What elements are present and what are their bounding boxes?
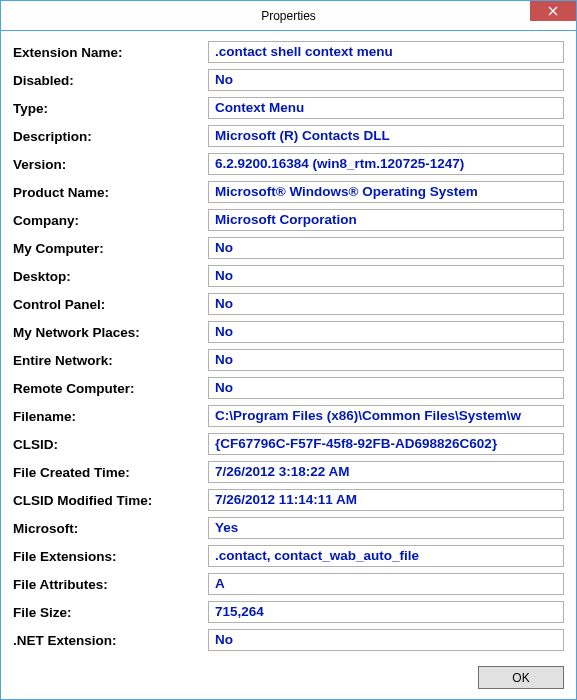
property-row: Product Name:Microsoft® Windows® Operati… bbox=[13, 181, 564, 203]
property-value[interactable]: No bbox=[208, 237, 564, 259]
property-value[interactable]: 7/26/2012 11:14:11 AM bbox=[208, 489, 564, 511]
property-row: Remote Computer:No bbox=[13, 377, 564, 399]
property-row: CLSID:{CF67796C-F57F-45f8-92FB-AD698826C… bbox=[13, 433, 564, 455]
property-value[interactable]: No bbox=[208, 377, 564, 399]
property-value[interactable]: .contact shell context menu bbox=[208, 41, 564, 63]
property-value[interactable]: C:\Program Files (x86)\Common Files\Syst… bbox=[208, 405, 564, 427]
property-label: File Size: bbox=[13, 605, 208, 620]
property-label: File Extensions: bbox=[13, 549, 208, 564]
property-label: Remote Computer: bbox=[13, 381, 208, 396]
property-value[interactable]: Microsoft (R) Contacts DLL bbox=[208, 125, 564, 147]
property-value[interactable]: 6.2.9200.16384 (win8_rtm.120725-1247) bbox=[208, 153, 564, 175]
property-row: Disabled:No bbox=[13, 69, 564, 91]
property-label: Control Panel: bbox=[13, 297, 208, 312]
property-row: My Network Places:No bbox=[13, 321, 564, 343]
property-value[interactable]: A bbox=[208, 573, 564, 595]
property-label: Extension Name: bbox=[13, 45, 208, 60]
property-row: .NET Extension:No bbox=[13, 629, 564, 651]
property-label: My Network Places: bbox=[13, 325, 208, 340]
property-row: Entire Network:No bbox=[13, 349, 564, 371]
property-value[interactable]: No bbox=[208, 349, 564, 371]
property-label: .NET Extension: bbox=[13, 633, 208, 648]
properties-window: Properties Extension Name:.contact shell… bbox=[0, 0, 577, 700]
property-row: CLSID Modified Time:7/26/2012 11:14:11 A… bbox=[13, 489, 564, 511]
property-value[interactable]: No bbox=[208, 293, 564, 315]
property-label: Product Name: bbox=[13, 185, 208, 200]
property-row: Desktop:No bbox=[13, 265, 564, 287]
ok-button-label: OK bbox=[512, 671, 529, 685]
property-label: Filename: bbox=[13, 409, 208, 424]
property-label: File Attributes: bbox=[13, 577, 208, 592]
property-label: Description: bbox=[13, 129, 208, 144]
property-label: Disabled: bbox=[13, 73, 208, 88]
property-row: Type:Context Menu bbox=[13, 97, 564, 119]
titlebar: Properties bbox=[1, 1, 576, 31]
property-label: Company: bbox=[13, 213, 208, 228]
property-label: My Computer: bbox=[13, 241, 208, 256]
property-value[interactable]: No bbox=[208, 69, 564, 91]
property-value[interactable]: {CF67796C-F57F-45f8-92FB-AD698826C602} bbox=[208, 433, 564, 455]
property-label: Desktop: bbox=[13, 269, 208, 284]
property-row: Version:6.2.9200.16384 (win8_rtm.120725-… bbox=[13, 153, 564, 175]
property-value[interactable]: No bbox=[208, 265, 564, 287]
property-label: CLSID Modified Time: bbox=[13, 493, 208, 508]
window-title: Properties bbox=[261, 9, 316, 23]
property-value[interactable]: Microsoft Corporation bbox=[208, 209, 564, 231]
ok-button[interactable]: OK bbox=[478, 666, 564, 689]
property-row: Microsoft:Yes bbox=[13, 517, 564, 539]
property-label: File Created Time: bbox=[13, 465, 208, 480]
property-value[interactable]: Yes bbox=[208, 517, 564, 539]
property-label: Type: bbox=[13, 101, 208, 116]
property-label: Entire Network: bbox=[13, 353, 208, 368]
property-value[interactable]: Context Menu bbox=[208, 97, 564, 119]
close-icon bbox=[548, 6, 558, 16]
property-label: Version: bbox=[13, 157, 208, 172]
property-row: My Computer:No bbox=[13, 237, 564, 259]
property-value[interactable]: No bbox=[208, 629, 564, 651]
property-row: Filename:C:\Program Files (x86)\Common F… bbox=[13, 405, 564, 427]
property-value[interactable]: 7/26/2012 3:18:22 AM bbox=[208, 461, 564, 483]
property-row: File Created Time:7/26/2012 3:18:22 AM bbox=[13, 461, 564, 483]
property-label: CLSID: bbox=[13, 437, 208, 452]
property-row: File Attributes:A bbox=[13, 573, 564, 595]
property-row: Description:Microsoft (R) Contacts DLL bbox=[13, 125, 564, 147]
property-row: Control Panel:No bbox=[13, 293, 564, 315]
close-button[interactable] bbox=[530, 1, 576, 21]
property-value[interactable]: 715,264 bbox=[208, 601, 564, 623]
property-row: File Size:715,264 bbox=[13, 601, 564, 623]
property-value[interactable]: .contact, contact_wab_auto_file bbox=[208, 545, 564, 567]
property-row: File Extensions:.contact, contact_wab_au… bbox=[13, 545, 564, 567]
property-value[interactable]: No bbox=[208, 321, 564, 343]
property-label: Microsoft: bbox=[13, 521, 208, 536]
property-value[interactable]: Microsoft® Windows® Operating System bbox=[208, 181, 564, 203]
property-row: Extension Name:.contact shell context me… bbox=[13, 41, 564, 63]
footer: OK bbox=[1, 660, 576, 699]
property-row: Company:Microsoft Corporation bbox=[13, 209, 564, 231]
properties-content: Extension Name:.contact shell context me… bbox=[1, 31, 576, 660]
